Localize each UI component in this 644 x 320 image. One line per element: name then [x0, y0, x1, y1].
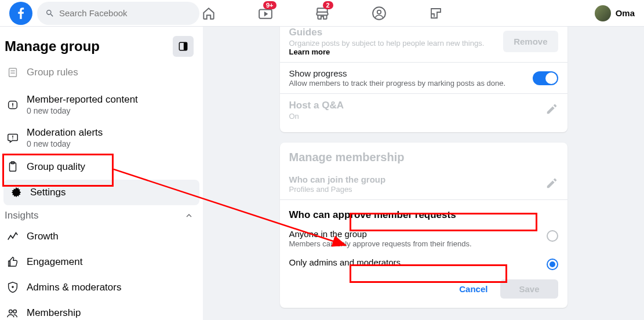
growth-icon [6, 230, 20, 243]
action-row: Cancel Save [280, 274, 567, 299]
guides-row: Guides Organize posts by subject to help… [280, 27, 567, 63]
svg-point-11 [13, 310, 16, 314]
svg-point-0 [373, 7, 385, 20]
sidebar-item-membership[interactable]: Membership [0, 300, 203, 320]
insights-section-header[interactable]: Insights [0, 205, 203, 224]
show-progress-row: Show progress Allow members to track the… [280, 63, 567, 94]
sidebar-item-label: Settings [30, 187, 66, 198]
approve-title-row: Who can approve member requests [280, 200, 567, 223]
remove-button[interactable]: Remove [503, 31, 558, 52]
marketplace-badge: 2 [323, 1, 333, 9]
nav-center: 9+ 2 [183, 0, 462, 26]
search-icon [45, 9, 54, 18]
shield-icon [6, 281, 20, 294]
watch-badge: 9+ [263, 1, 276, 9]
qa-row: Host a Q&A On [280, 94, 567, 126]
sidebar-item-settings[interactable]: Settings [3, 180, 199, 205]
sidebar-item-label: Growth [27, 231, 59, 242]
opt1-title: Anyone in the group [289, 229, 547, 239]
sidebar-title: Manage group [5, 38, 100, 54]
sidebar-item-member-reported[interactable]: Member-reported content0 new today [0, 88, 203, 121]
list-icon [6, 66, 20, 79]
guides-desc: Organize posts by subject to help people… [289, 39, 504, 56]
sidebar: Manage group Group rules Member-reported… [0, 27, 203, 320]
sidebar-item-growth[interactable]: Growth [0, 224, 203, 249]
radio-anyone[interactable] [547, 230, 558, 242]
who-can-join-row: Who can join the group Profiles and Page… [280, 169, 567, 200]
qa-title: Host a Q&A [289, 100, 545, 111]
search-input[interactable] [59, 8, 191, 18]
sidebar-item-group-quality[interactable]: Group quality [0, 154, 203, 180]
sidebar-item-moderation-alerts[interactable]: Moderation alerts0 new today [0, 121, 203, 154]
panel-icon [177, 41, 189, 52]
sidebar-panel-toggle[interactable] [173, 36, 194, 57]
facebook-logo[interactable] [9, 2, 32, 25]
nav-right: Oma [595, 5, 635, 21]
gear-icon [9, 186, 23, 199]
approve-title: Who can approve member requests [289, 209, 558, 221]
progress-toggle[interactable] [533, 71, 558, 85]
progress-desc: Allow members to track their progress by… [289, 79, 533, 88]
join-value: Profiles and Pages [289, 185, 545, 194]
clipboard-icon [6, 160, 20, 174]
save-button[interactable]: Save [500, 279, 558, 299]
sidebar-header: Manage group [0, 31, 203, 65]
main-content: Guides Organize posts by subject to help… [203, 27, 644, 320]
nav-marketplace[interactable]: 2 [296, 0, 348, 27]
thumbs-up-icon [6, 255, 20, 269]
chat-alert-icon [6, 131, 20, 145]
nav-home[interactable] [183, 0, 235, 27]
sidebar-item-label: Admins & moderators [27, 282, 121, 293]
sidebar-item-label: Group quality [27, 161, 85, 173]
search-box[interactable] [37, 2, 199, 25]
option-anyone[interactable]: Anyone in the group Members can only app… [280, 223, 567, 252]
opt1-desc: Members can only approve requests from t… [289, 239, 547, 248]
svg-point-9 [12, 286, 14, 288]
membership-card: Manage membership Who can join the group… [280, 143, 567, 308]
sidebar-item-label: Engagement [27, 256, 82, 268]
svg-rect-4 [9, 68, 17, 77]
svg-point-10 [9, 310, 12, 314]
sidebar-item-label: Moderation alerts [27, 127, 103, 139]
sidebar-item-admins-moderators[interactable]: Admins & moderators [0, 275, 203, 300]
sidebar-item-label: Group rules [27, 67, 78, 78]
nav-watch[interactable]: 9+ [239, 0, 292, 27]
sidebar-item-label: Member-reported content [27, 94, 138, 106]
cancel-button[interactable]: Cancel [451, 279, 496, 299]
svg-rect-3 [184, 42, 187, 50]
alert-icon [6, 98, 20, 112]
nav-groups[interactable] [353, 0, 405, 27]
section-label: Insights [5, 210, 39, 221]
svg-point-1 [377, 10, 381, 13]
guides-title: Guides [289, 27, 504, 38]
pencil-icon [545, 103, 558, 115]
sidebar-item-group-rules[interactable]: Group rules [0, 63, 203, 88]
user-name-label[interactable]: Oma [616, 8, 635, 18]
sidebar-item-engagement[interactable]: Engagement [0, 249, 203, 275]
membership-heading: Manage membership [280, 143, 567, 169]
edit-join-button[interactable] [545, 177, 558, 192]
opt2-title: Only admins and moderators [289, 257, 547, 267]
sidebar-item-sub: 0 new today [27, 139, 103, 148]
edit-qa-button[interactable] [545, 103, 558, 118]
sidebar-item-sub: 0 new today [27, 106, 138, 115]
top-nav: 9+ 2 Oma [0, 0, 644, 27]
guides-card: Guides Organize posts by subject to help… [280, 27, 567, 132]
qa-value: On [289, 112, 545, 121]
nav-gaming[interactable] [410, 0, 462, 27]
pencil-icon [545, 177, 558, 190]
people-icon [6, 306, 20, 320]
sidebar-item-label: Membership [27, 307, 81, 319]
radio-admins-only[interactable] [547, 259, 558, 270]
join-title: Who can join the group [289, 174, 545, 184]
option-admins-only[interactable]: Only admins and moderators [280, 252, 567, 274]
avatar[interactable] [595, 5, 611, 21]
learn-more-link[interactable]: Learn more [289, 48, 330, 56]
progress-title: Show progress [289, 68, 533, 78]
chevron-up-icon [184, 211, 194, 220]
